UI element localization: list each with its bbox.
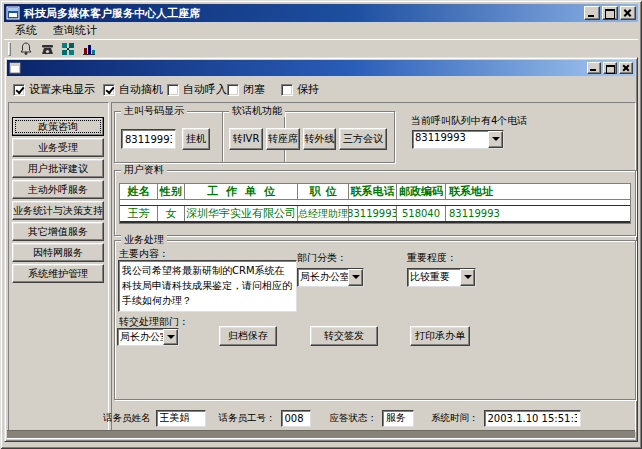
chevron-down-icon[interactable] <box>348 269 363 286</box>
main-content-label: 主要内容： <box>119 247 169 261</box>
col-name: 姓名 <box>120 184 158 199</box>
operator-name-input[interactable] <box>156 410 206 427</box>
chart-icon[interactable] <box>80 41 98 57</box>
checkbox-box[interactable] <box>227 84 239 96</box>
three-way-conference-button[interactable]: 三方会议 <box>339 128 387 150</box>
maximize-button[interactable] <box>602 6 618 20</box>
softphone-group: 软话机功能 转IVR 转座席 转外线 三方会议 <box>222 111 395 163</box>
chevron-down-icon[interactable] <box>460 269 475 286</box>
transfer-dept-select[interactable]: 局长办公室 <box>117 328 179 346</box>
col-zipcode: 邮政编码 <box>397 184 446 199</box>
sidebar-item-policy-consult[interactable]: 政策咨询 <box>12 117 104 136</box>
transfer-dept-value: 局长办公室 <box>118 329 163 345</box>
cell-zipcode: 518040 <box>397 206 446 221</box>
caller-number-input[interactable] <box>121 129 176 149</box>
forward-issue-button[interactable]: 转交签发 <box>310 326 378 346</box>
operator-id-input[interactable] <box>281 410 311 427</box>
importance-value: 比较重要 <box>408 269 460 286</box>
col-employer: 工作单位 <box>185 184 298 199</box>
col-position: 职位 <box>298 184 349 199</box>
cell-phone: 83119993 <box>349 206 397 221</box>
system-time-label: 系统时间： <box>431 412 479 425</box>
checkbox-label: 自动摘机 <box>119 82 163 97</box>
mdi-child-window: 设置来电显示 自动摘机 自动呼入 闭塞 保持 政策咨询 业务受理 用户批评建议 <box>4 57 638 442</box>
checkbox-auto-offhook[interactable]: 自动摘机 <box>103 82 163 97</box>
archive-save-button[interactable]: 归档保存 <box>219 326 277 346</box>
checkbox-hold[interactable]: 保持 <box>281 82 319 97</box>
checkbox-box[interactable] <box>13 84 25 96</box>
mdi-title-bar[interactable] <box>7 60 635 76</box>
checkbox-label: 设置来电显示 <box>29 82 95 97</box>
mdi-minimize-button[interactable] <box>587 62 601 74</box>
checkbox-block[interactable]: 闭塞 <box>227 82 265 97</box>
phone-icon[interactable] <box>38 41 56 57</box>
sidebar-item-value-added[interactable]: 其它增值服务 <box>12 222 104 241</box>
app-icon <box>6 6 20 20</box>
checkbox-box[interactable] <box>281 84 293 96</box>
dept-category-label: 部门分类： <box>297 251 347 265</box>
transfer-dept-label: 转交处理部门： <box>119 315 189 329</box>
minimize-button[interactable] <box>584 6 600 20</box>
checkbox-box[interactable] <box>103 84 115 96</box>
operator-id-label: 话务员工号： <box>219 412 276 425</box>
chevron-down-icon[interactable] <box>488 131 503 148</box>
application-window: 科技局多媒体客户服务中心人工座席 系统 查询统计 <box>0 0 642 449</box>
user-info-table: 姓名 性别 工作单位 职位 联系电话 邮政编码 联系地址 王芳 女 深圳华宇实业… <box>119 183 631 224</box>
transfer-agent-button[interactable]: 转座席 <box>266 128 300 150</box>
operator-status-row: 话务员姓名 话务员工号： 应答状态： 系统时间： <box>103 409 581 427</box>
mdi-bottom-band <box>7 430 635 439</box>
sidebar-item-internet-service[interactable]: 因特网服务 <box>12 243 104 262</box>
sidebar-item-outbound-service[interactable]: 主动外呼服务 <box>12 180 104 199</box>
table-header-row: 姓名 性别 工作单位 职位 联系电话 邮政编码 联系地址 <box>120 184 630 200</box>
sidebar-item-user-feedback[interactable]: 用户批评建议 <box>12 159 104 178</box>
softphone-group-label: 软话机功能 <box>229 105 285 117</box>
checkbox-caller-id-display[interactable]: 设置来电显示 <box>13 82 95 97</box>
dept-category-select[interactable]: 局长办公室 <box>297 268 364 287</box>
transfer-ivr-button[interactable]: 转IVR <box>229 128 263 150</box>
checkbox-box[interactable] <box>167 84 179 96</box>
dept-category-value: 局长办公室 <box>298 269 348 286</box>
queue-select[interactable]: 83119993 <box>412 130 504 149</box>
checkbox-label: 闭塞 <box>243 82 265 97</box>
title-bar[interactable]: 科技局多媒体客户服务中心人工座席 <box>4 4 638 22</box>
cell-employer: 深圳华宇实业有限公司 <box>185 206 298 221</box>
checkbox-auto-callin[interactable]: 自动呼入 <box>167 82 227 97</box>
cell-position: 总经理助理 <box>298 206 349 221</box>
hangup-button[interactable]: 挂机 <box>182 128 210 150</box>
menu-query-statistics[interactable]: 查询统计 <box>46 22 104 39</box>
menu-bar: 系统 查询统计 <box>4 22 638 39</box>
business-processing-group: 业务处理 主要内容： 我公司希望将最新研制的CRM系统在科技局申请科技成果鉴定，… <box>114 240 636 400</box>
close-button[interactable] <box>620 6 636 20</box>
mdi-window-icon <box>9 62 21 74</box>
business-group-label: 业务处理 <box>121 234 167 246</box>
mdi-close-button[interactable] <box>619 62 633 74</box>
sidebar-item-stats-decision[interactable]: 业务统计与决策支持 <box>12 201 104 220</box>
col-address: 联系地址 <box>446 184 630 199</box>
cell-address: 83119993 <box>446 206 630 221</box>
mdi-maximize-button[interactable] <box>603 62 617 74</box>
answer-status-label: 应答状态： <box>330 412 378 425</box>
col-phone: 联系电话 <box>349 184 397 199</box>
print-form-button[interactable]: 打印承办单 <box>410 326 470 346</box>
transfer-icon[interactable] <box>59 41 77 57</box>
user-info-group: 用户资料 姓名 性别 工作单位 职位 联系电话 邮政编码 联系地址 王芳 女 深… <box>114 170 636 236</box>
answer-status-input[interactable] <box>382 410 414 427</box>
checkbox-label: 自动呼入 <box>183 82 227 97</box>
main-content-textarea[interactable]: 我公司希望将最新研制的CRM系统在科技局申请科技成果鉴定，请问相应的手续如何办理… <box>118 260 297 312</box>
queue-selected-value: 83119993 <box>413 131 488 148</box>
importance-select[interactable]: 比较重要 <box>407 268 476 287</box>
chevron-down-icon[interactable] <box>163 329 178 345</box>
bell-icon[interactable] <box>17 41 35 57</box>
sidebar-item-business-accept[interactable]: 业务受理 <box>12 138 104 157</box>
operator-name-label: 话务员姓名 <box>103 412 151 425</box>
cell-gender: 女 <box>158 206 185 221</box>
table-row[interactable]: 王芳 女 深圳华宇实业有限公司 总经理助理 83119993 518040 83… <box>120 205 630 223</box>
transfer-outside-button[interactable]: 转外线 <box>303 128 336 150</box>
menu-system[interactable]: 系统 <box>8 22 44 39</box>
sidebar-item-system-maintain[interactable]: 系统维护管理 <box>12 264 104 283</box>
queue-status-label: 当前呼叫队列中有4个电话 <box>411 114 527 128</box>
toolbar-grip[interactable] <box>8 42 11 56</box>
cell-name: 王芳 <box>120 206 158 221</box>
col-gender: 性别 <box>158 184 185 199</box>
system-time-input[interactable] <box>484 410 581 427</box>
